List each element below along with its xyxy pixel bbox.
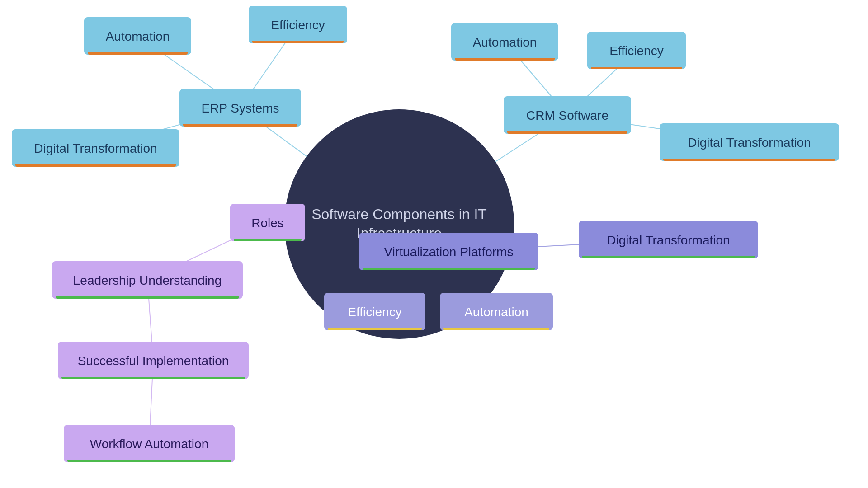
node-label-crm-efficiency: Efficiency	[609, 44, 663, 58]
node-virt-digital[interactable]: Digital Transformation	[579, 221, 758, 258]
node-label-erp: ERP Systems	[201, 101, 279, 116]
node-leadership[interactable]: Leadership Understanding	[52, 261, 243, 299]
node-virt-automation[interactable]: Automation	[440, 293, 553, 330]
node-virt[interactable]: Virtualization Platforms	[359, 233, 538, 270]
node-crm[interactable]: CRM Software	[504, 96, 631, 134]
node-label-workflow: Workflow Automation	[90, 437, 209, 451]
node-label-virt-digital: Digital Transformation	[607, 233, 730, 248]
node-erp-automation[interactable]: Automation	[84, 17, 191, 55]
node-roles[interactable]: Roles	[230, 204, 305, 241]
node-label-virt: Virtualization Platforms	[384, 245, 514, 259]
node-workflow[interactable]: Workflow Automation	[64, 425, 235, 462]
node-label-crm: CRM Software	[526, 108, 609, 123]
node-virt-efficiency[interactable]: Efficiency	[324, 293, 425, 330]
node-label-leadership: Leadership Understanding	[73, 273, 222, 288]
node-label-crm-automation: Automation	[473, 35, 537, 50]
node-label-erp-efficiency: Efficiency	[271, 18, 325, 33]
node-label-successful: Successful Implementation	[78, 354, 229, 368]
node-label-virt-automation: Automation	[464, 305, 528, 319]
node-label-crm-digital: Digital Transformation	[688, 136, 811, 150]
node-crm-efficiency[interactable]: Efficiency	[587, 32, 686, 69]
node-crm-digital[interactable]: Digital Transformation	[660, 123, 839, 161]
node-erp[interactable]: ERP Systems	[179, 89, 301, 127]
node-label-erp-automation: Automation	[106, 29, 170, 44]
node-label-erp-digital: Digital Transformation	[34, 141, 157, 156]
node-crm-automation[interactable]: Automation	[451, 23, 558, 61]
mind-map-canvas: Software Components in ITInfrastructureE…	[0, 0, 868, 488]
node-erp-efficiency[interactable]: Efficiency	[249, 6, 347, 43]
node-label-virt-efficiency: Efficiency	[348, 305, 401, 319]
node-label-roles: Roles	[251, 216, 284, 230]
node-erp-digital[interactable]: Digital Transformation	[12, 129, 179, 167]
node-successful[interactable]: Successful Implementation	[58, 342, 249, 379]
